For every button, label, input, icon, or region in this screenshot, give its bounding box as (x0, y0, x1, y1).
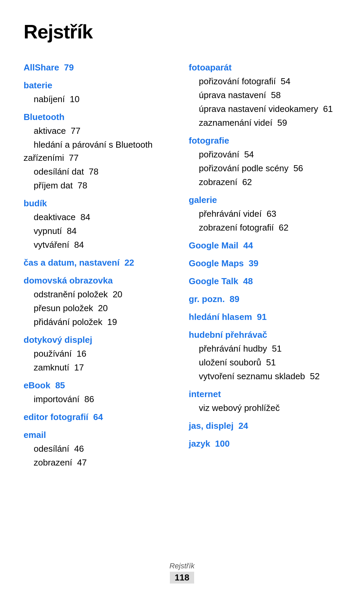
list-item: Google Talk 48 (189, 275, 340, 288)
list-item: zobrazení 62 (189, 176, 340, 189)
list-item: fotografie (189, 134, 340, 147)
index-term: gr. pozn. 89 (189, 294, 239, 304)
list-item: pořizování fotografií 54 (189, 75, 340, 88)
index-sub-item: odstranění položek 20 (24, 289, 122, 299)
left-column: AllShare 79baterienabíjení 10Bluetoothak… (24, 56, 175, 470)
index-sub-item: vytvoření seznamu skladeb 52 (189, 371, 320, 381)
index-sub-item: úprava nastavení videokamery 61 (189, 104, 333, 114)
list-item: jas, displej 24 (189, 419, 340, 432)
index-term: jas, displej 24 (189, 421, 248, 431)
list-item: importování 86 (24, 393, 175, 406)
list-item: editor fotografií 64 (24, 411, 175, 424)
footer-page-number: 118 (170, 572, 194, 584)
list-item: zaznamenání videí 59 (189, 116, 340, 129)
index-sub-item: používání 16 (24, 349, 86, 359)
list-item: dotykový displej (24, 333, 175, 347)
index-sub-item: zobrazení 62 (189, 177, 252, 187)
index-term: domovská obrazovka (24, 275, 113, 286)
index-sub-item: úprava nastavení 58 (189, 90, 281, 100)
index-term: Google Maps 39 (189, 258, 259, 268)
index-term: jazyk 100 (189, 439, 230, 449)
index-term: AllShare 79 (24, 62, 74, 72)
index-term: čas a datum, nastavení 22 (24, 258, 134, 268)
right-column: fotoaparátpořizování fotografií 54úprava… (189, 56, 340, 470)
list-item: domovská obrazovka (24, 274, 175, 287)
index-sub-item: příjem dat 78 (24, 180, 87, 190)
list-item: čas a datum, nastavení 22 (24, 256, 175, 269)
footer-label: Rejstřík (0, 562, 364, 570)
list-item: přidávání položek 19 (24, 316, 175, 329)
list-item: nabíjení 10 (24, 93, 175, 106)
index-sub-item: deaktivace 84 (24, 212, 90, 222)
footer: Rejstřík 118 (0, 562, 364, 584)
index-sub-item: odesílání 46 (24, 444, 84, 454)
index-sub-item: uložení souborů 51 (189, 357, 276, 367)
index-term: hledání hlasem 91 (189, 312, 267, 322)
list-item: deaktivace 84 (24, 211, 175, 224)
list-item: úprava nastavení videokamery 61 (189, 102, 340, 116)
list-item: gr. pozn. 89 (189, 293, 340, 306)
list-item: přesun položek 20 (24, 302, 175, 315)
list-item: hledání hlasem 91 (189, 310, 340, 324)
list-item: zamknutí 17 (24, 361, 175, 374)
index-sub-item: nabíjení 10 (24, 94, 80, 104)
list-item: pořizování 54 (189, 148, 340, 161)
index-sub-item: odesílání dat 78 (24, 167, 98, 177)
list-item: internet (189, 388, 340, 401)
index-sub-item: přehrávání hudby 51 (189, 344, 282, 354)
list-item: přehrávání videí 63 (189, 207, 340, 220)
index-term: baterie (24, 80, 52, 90)
list-item: eBook 85 (24, 379, 175, 392)
index-sub-item: pořizování 54 (189, 149, 254, 159)
index-sub-item: přesun položek 20 (24, 303, 108, 313)
index-term: budík (24, 198, 47, 208)
list-item: zobrazení 47 (24, 456, 175, 469)
index-sub-item: vypnutí 84 (24, 226, 77, 236)
index-term: hudební přehrávač (189, 330, 267, 340)
index-sub-item: pořizování fotografií 54 (189, 76, 291, 86)
index-term: fotoaparát (189, 62, 232, 72)
index-term: editor fotografií 64 (24, 412, 103, 422)
index-term: dotykový displej (24, 335, 92, 345)
list-item: AllShare 79 (24, 61, 175, 74)
list-item: zobrazení fotografií 62 (189, 221, 340, 234)
list-item: odstranění položek 20 (24, 288, 175, 301)
page: Rejstřík AllShare 79baterienabíjení 10Bl… (0, 0, 364, 504)
index-term: Bluetooth (24, 112, 64, 122)
list-item: vytváření 84 (24, 238, 175, 251)
list-item: aktivace 77 (24, 124, 175, 138)
index-term: eBook 85 (24, 380, 65, 390)
index-sub-item: přidávání položek 19 (24, 317, 117, 327)
page-title: Rejstřík (24, 20, 340, 43)
list-item: úprava nastavení 58 (189, 89, 340, 102)
list-item: odesílání 46 (24, 442, 175, 455)
index-sub-item: pořizování podle scény 56 (189, 163, 303, 173)
index-sub-item: importování 86 (24, 394, 94, 404)
index-term: Google Talk 48 (189, 276, 253, 286)
index-term: Google Mail 44 (189, 240, 253, 250)
list-item: viz webový prohlížeč (189, 401, 340, 415)
index-term: galerie (189, 195, 217, 205)
index-sub-item: zobrazení fotografií 62 (189, 222, 289, 233)
list-item: email (24, 428, 175, 442)
index-sub-item: přehrávání videí 63 (189, 209, 276, 219)
list-item: baterie (24, 79, 175, 92)
index-sub-item: vytváření 84 (24, 240, 84, 250)
index-sub-item: hledání a párování s Bluetooth zařízením… (24, 140, 153, 163)
list-item: jazyk 100 (189, 437, 340, 450)
index-columns: AllShare 79baterienabíjení 10Bluetoothak… (24, 56, 340, 470)
list-item: příjem dat 78 (24, 179, 175, 192)
index-term: internet (189, 389, 221, 399)
list-item: vypnutí 84 (24, 225, 175, 238)
list-item: používání 16 (24, 347, 175, 360)
list-item: budík (24, 197, 175, 210)
list-item: uložení souborů 51 (189, 356, 340, 369)
index-sub-item: zaznamenání videí 59 (189, 118, 287, 128)
list-item: pořizování podle scény 56 (189, 162, 340, 175)
list-item: Bluetooth (24, 111, 175, 124)
list-item: hledání a párování s Bluetooth zařízením… (24, 138, 175, 165)
list-item: galerie (189, 193, 340, 207)
list-item: odesílání dat 78 (24, 165, 175, 178)
list-item: přehrávání hudby 51 (189, 342, 340, 355)
list-item: Google Maps 39 (189, 257, 340, 270)
